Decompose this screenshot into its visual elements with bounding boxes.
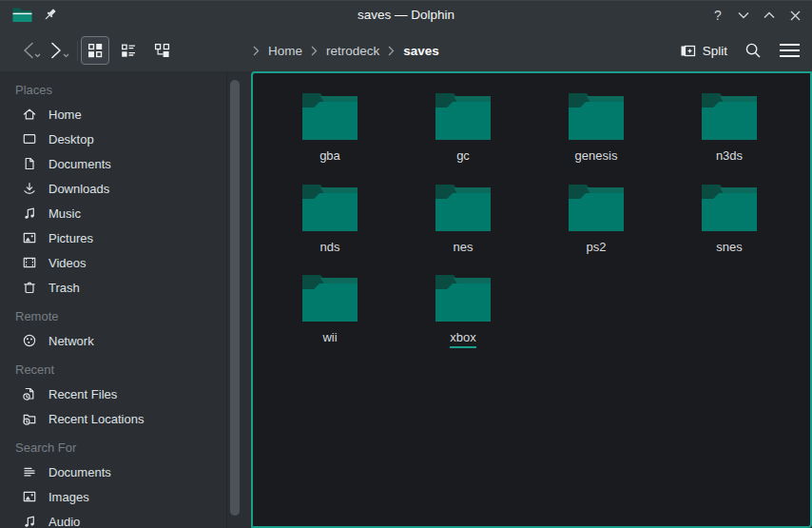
sidebar-item-videos[interactable]: Videos (0, 250, 226, 275)
folder-icon (435, 183, 492, 232)
sidebar-item-pictures[interactable]: Pictures (0, 225, 226, 250)
folder-view[interactable]: gba gc genesis n3ds nds nes ps2 snes wii… (251, 71, 812, 528)
forward-dropdown-caret[interactable] (63, 45, 69, 62)
folder-label: gc (456, 148, 470, 165)
folder-icon (701, 183, 758, 232)
folder-wii[interactable]: wii (263, 273, 396, 364)
breadcrumb-home[interactable]: Home (268, 44, 302, 58)
sidebar-item-label: Videos (48, 256, 87, 270)
download-icon (21, 181, 37, 197)
back-button[interactable] (13, 36, 42, 65)
split-button[interactable]: Split (680, 44, 727, 58)
search-button[interactable] (744, 42, 762, 59)
folder-genesis[interactable]: genesis (530, 91, 663, 183)
breadcrumb-retrodeck[interactable]: retrodeck (326, 44, 379, 58)
sidebar-item-label: Trash (48, 281, 80, 295)
folder-grid: gba gc genesis n3ds nds nes ps2 snes wii… (263, 91, 800, 364)
sidebar-item-trash[interactable]: Trash (0, 275, 226, 300)
folder-label: genesis (575, 148, 618, 165)
recent-file-icon (21, 386, 37, 402)
folder-icon (568, 91, 625, 141)
close-button[interactable] (787, 8, 802, 23)
trash-icon (21, 280, 37, 296)
folder-label: gba (319, 148, 340, 165)
folder-label: ps2 (587, 240, 607, 256)
folder-icon (701, 91, 758, 141)
sidebar-item-documents[interactable]: Documents (0, 151, 226, 176)
sidebar-item-music[interactable]: Music (0, 201, 226, 225)
folder-icon (301, 91, 358, 141)
folder-gba[interactable]: gba (263, 91, 396, 183)
music-icon (21, 514, 37, 528)
places-panel: PlacesHomeDesktopDocumentsDownloadsMusic… (0, 71, 226, 528)
folder-label: n3ds (716, 148, 743, 165)
sidebar-item-recent-locations[interactable]: Recent Locations (0, 406, 226, 431)
sidebar-section-header: Recent (0, 359, 226, 381)
sidebar-item-label: Desktop (48, 132, 94, 147)
sidebar-scrollbar-thumb[interactable] (230, 80, 240, 516)
music-icon (21, 205, 37, 222)
folder-ps2[interactable]: ps2 (530, 183, 663, 274)
sidebar-item-desktop[interactable]: Desktop (0, 127, 226, 151)
sidebar-item-label: Recent Files (48, 387, 117, 401)
folder-icon (301, 183, 358, 232)
view-mode-buttons (81, 36, 176, 65)
tree-view-icon (154, 43, 170, 58)
sidebar-item-label: Pictures (48, 231, 93, 245)
sidebar-item-label: Network (48, 334, 94, 348)
text-lines-icon (21, 464, 37, 480)
maximize-button[interactable] (762, 8, 777, 23)
folder-label: snes (716, 240, 742, 256)
sidebar-item-recent-files[interactable]: Recent Files (0, 381, 226, 406)
folder-label: nes (454, 240, 474, 256)
chevron-right-icon (388, 46, 395, 56)
chevron-right-icon (311, 46, 318, 56)
sidebar-item-label: Audio (48, 515, 80, 528)
folder-nes[interactable]: nes (396, 183, 530, 274)
tree-view-button[interactable] (147, 36, 176, 65)
sidebar-item-label: Home (48, 108, 82, 122)
folder-gc[interactable]: gc (396, 91, 530, 183)
toolbar: Home retrodeck saves Split (0, 29, 812, 71)
back-dropdown-caret[interactable] (34, 45, 41, 62)
sidebar-item-images[interactable]: Images (0, 484, 226, 509)
folder-icon (568, 183, 625, 232)
sidebar-item-documents[interactable]: Documents (0, 460, 226, 484)
help-button[interactable]: ? (710, 8, 725, 23)
folder-icon (435, 91, 492, 141)
forward-button[interactable] (42, 36, 70, 65)
folder-label: nds (320, 240, 340, 256)
document-icon (21, 156, 37, 172)
sidebar-item-home[interactable]: Home (0, 102, 226, 127)
video-icon (21, 255, 37, 271)
sidebar-section-header: Places (0, 79, 226, 102)
details-view-button[interactable] (114, 36, 143, 65)
sidebar-item-downloads[interactable]: Downloads (0, 176, 226, 201)
sidebar-item-label: Images (48, 490, 89, 504)
window-title: saves — Dolphin (0, 1, 812, 29)
search-icon (744, 42, 762, 59)
folder-icon (435, 273, 492, 323)
titlebar: saves — Dolphin ? (0, 1, 812, 29)
breadcrumb-saves[interactable]: saves (403, 44, 439, 58)
sidebar-section-header: Search For (0, 437, 226, 460)
sidebar-item-label: Downloads (48, 182, 109, 196)
sidebar-sections: PlacesHomeDesktopDocumentsDownloadsMusic… (0, 79, 226, 528)
icons-view-button[interactable] (81, 36, 109, 65)
folder-xbox[interactable]: xbox (396, 273, 530, 364)
picture-icon (21, 230, 37, 246)
sidebar-item-audio[interactable]: Audio (0, 509, 226, 528)
sidebar-item-label: Documents (48, 157, 111, 171)
sidebar-scrollbar-track[interactable] (226, 71, 242, 528)
window-controls: ? (710, 1, 802, 29)
toolbar-right: Split (680, 29, 801, 71)
hamburger-menu-icon (779, 43, 801, 58)
chevron-right-icon (253, 46, 260, 56)
menu-button[interactable] (779, 43, 801, 58)
folder-n3ds[interactable]: n3ds (663, 91, 796, 183)
sidebar-item-network[interactable]: Network (0, 328, 226, 353)
breadcrumb: Home retrodeck saves (253, 29, 439, 71)
minimize-button[interactable] (736, 8, 751, 23)
folder-nds[interactable]: nds (263, 183, 396, 274)
folder-snes[interactable]: snes (663, 183, 796, 274)
